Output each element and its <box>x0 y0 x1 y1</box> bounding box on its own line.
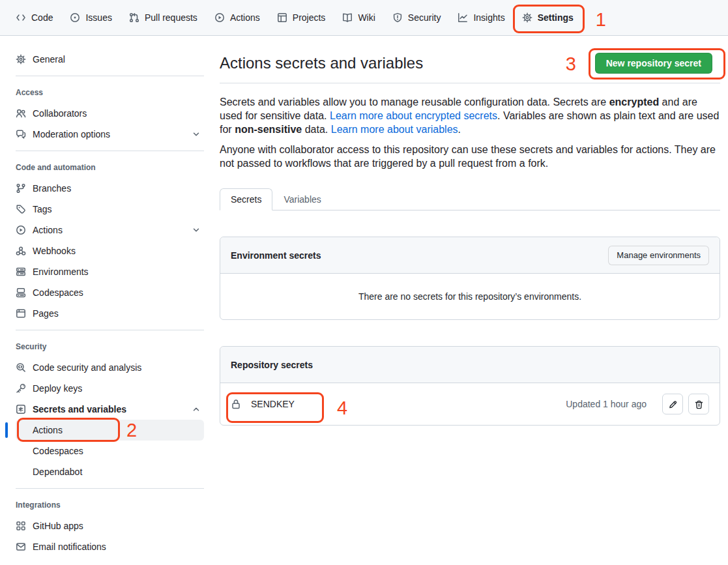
graph-icon <box>458 12 468 23</box>
encrypted-secrets-link[interactable]: Learn more about encrypted secrets <box>330 110 497 121</box>
sidebar-item-environments[interactable]: Environments <box>16 261 204 282</box>
environment-secrets-title: Environment secrets <box>231 250 321 261</box>
tab-secrets[interactable]: Secrets <box>220 188 272 210</box>
git-pull-request-icon <box>129 12 139 23</box>
content-layout: GeneralAccessCollaboratorsModeration opt… <box>0 36 728 557</box>
section-title-security: Security <box>0 336 220 357</box>
tab-security[interactable]: Security <box>392 0 441 35</box>
repo-nav: CodeIssuesPull requestsActionsProjectsWi… <box>0 0 728 36</box>
tab-pull-requests[interactable]: Pull requests <box>129 0 197 35</box>
secret-name-cell: SENDKEY 4 <box>231 399 295 409</box>
chevron-up-icon <box>191 404 201 414</box>
environment-secrets-empty-text: There are no secrets for this repository… <box>220 274 720 319</box>
pencil-icon <box>668 399 678 409</box>
secret-row: SENDKEY 4 Updated 1 hour ago <box>220 383 720 425</box>
sidebar-item-codespaces-sub[interactable]: Codespaces <box>16 441 204 461</box>
tab-settings[interactable]: Settings1 <box>522 0 574 35</box>
table-icon <box>277 12 287 23</box>
tab-label: Actions <box>230 12 260 23</box>
tab-code[interactable]: Code <box>16 0 53 35</box>
gear-icon <box>16 54 26 65</box>
tab-label: Pull requests <box>145 12 197 23</box>
chevron-down-icon <box>191 225 201 235</box>
sidebar-item-pages[interactable]: Pages <box>16 303 204 324</box>
code-icon <box>16 12 26 23</box>
repository-secrets-title: Repository secrets <box>231 360 313 370</box>
book-icon <box>342 12 353 23</box>
sidebar-item-secrets-and-variables[interactable]: Secrets and variables <box>16 399 204 420</box>
shield-icon <box>392 12 403 23</box>
tab-label: Projects <box>293 12 326 23</box>
emphasis-text: encrypted <box>609 96 659 108</box>
sidebar-divider <box>16 151 204 151</box>
sidebar-item-github-apps[interactable]: GitHub apps <box>16 515 204 536</box>
play-circle-icon <box>16 225 26 235</box>
sidebar-item-label: Codespaces <box>33 287 83 298</box>
tab-projects[interactable]: Projects <box>277 0 326 35</box>
browser-icon <box>16 308 26 319</box>
sidebar-item-label: Collaborators <box>33 108 87 119</box>
tab-insights[interactable]: Insights <box>458 0 504 35</box>
section-title-integrations: Integrations <box>0 495 220 515</box>
new-repository-secret-button[interactable]: New repository secret <box>595 53 712 74</box>
annotation-number-4: 4 <box>337 399 347 418</box>
environment-secrets-box: Environment secrets Manage environments … <box>220 237 720 320</box>
tab-wiki[interactable]: Wiki <box>342 0 375 35</box>
sidebar-item-codespaces[interactable]: Codespaces <box>16 282 204 303</box>
sidebar-item-label: Actions <box>33 425 63 435</box>
secrets-variables-tabnav: Secrets Variables <box>220 188 720 210</box>
tab-label: Settings <box>538 12 574 23</box>
variables-link[interactable]: Learn more about variables <box>331 124 458 135</box>
lock-icon <box>231 399 241 409</box>
page-head: Actions secrets and variables New reposi… <box>220 53 720 83</box>
comment-discussion-icon <box>16 129 26 139</box>
sidebar-item-label: Secrets and variables <box>33 404 126 414</box>
edit-secret-button[interactable] <box>662 394 683 414</box>
sidebar-item-actions[interactable]: Actions <box>16 220 204 240</box>
tab-label: Code <box>31 12 53 23</box>
page-title: Actions secrets and variables <box>220 54 423 72</box>
delete-secret-button[interactable] <box>688 394 709 414</box>
repository-secrets-box: Repository secrets SENDKEY 4 Updated 1 h… <box>220 346 720 426</box>
sidebar-divider <box>16 330 204 330</box>
manage-environments-button[interactable]: Manage environments <box>608 246 709 265</box>
tab-label: Security <box>408 12 441 23</box>
main-content: Actions secrets and variables New reposi… <box>220 36 728 426</box>
sidebar-item-dependabot-sub[interactable]: Dependabot <box>16 461 204 482</box>
apps-icon <box>16 521 26 531</box>
sidebar-item-branches[interactable]: Branches <box>16 178 204 199</box>
annotation-number-3: 3 <box>566 55 576 74</box>
collaborator-access-note: Anyone with collaborator access to this … <box>220 143 720 170</box>
asterisk-box-icon <box>16 404 26 414</box>
tab-variables[interactable]: Variables <box>272 188 332 210</box>
git-branch-icon <box>16 183 26 194</box>
sidebar-item-label: Dependabot <box>33 467 82 477</box>
sidebar-item-deploy-keys[interactable]: Deploy keys <box>16 378 204 399</box>
sidebar-item-label: GitHub apps <box>33 521 83 531</box>
sidebar-item-email-notifications[interactable]: Email notifications <box>16 536 204 557</box>
tab-issues[interactable]: Issues <box>70 0 111 35</box>
sidebar-item-general[interactable]: General <box>16 49 204 70</box>
sidebar-item-label: Email notifications <box>33 542 106 552</box>
play-circle-icon <box>214 12 225 23</box>
server-icon <box>16 267 26 277</box>
sidebar-item-label: Branches <box>33 183 71 194</box>
webhook-icon <box>16 246 26 256</box>
sidebar-item-collaborators[interactable]: Collaborators <box>16 103 204 124</box>
emphasis-text: non-sensitive <box>235 124 302 135</box>
tab-actions[interactable]: Actions <box>214 0 260 35</box>
gear-icon <box>522 12 532 23</box>
sidebar-item-webhooks[interactable]: Webhooks <box>16 240 204 261</box>
sidebar-item-label: Moderation options <box>33 129 110 139</box>
sidebar-item-moderation-options[interactable]: Moderation options <box>16 124 204 145</box>
issue-opened-icon <box>70 12 80 23</box>
sidebar-item-code-security-and-analysis[interactable]: Code security and analysis <box>16 357 204 378</box>
annotation-number-1: 1 <box>596 10 606 29</box>
chevron-down-icon <box>191 129 201 139</box>
sidebar-item-actions-sub[interactable]: Actions2 <box>16 420 204 441</box>
sidebar-item-tags[interactable]: Tags <box>16 199 204 220</box>
sidebar-item-label: Pages <box>33 308 59 319</box>
repository-secrets-header: Repository secrets <box>220 347 720 383</box>
sidebar-item-label: Webhooks <box>33 246 76 256</box>
sidebar-item-label: Code security and analysis <box>33 362 141 373</box>
